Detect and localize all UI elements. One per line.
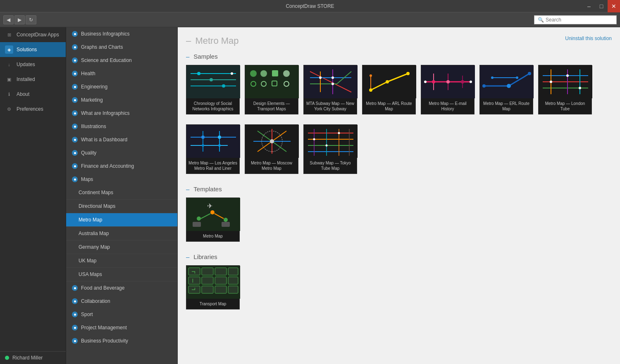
card-metro-map-template[interactable]: ✈ Metro Map — [186, 197, 240, 242]
nav-item-usa-maps[interactable]: USA Maps — [66, 268, 177, 281]
sidebar-item-solutions-label: Solutions — [17, 47, 37, 52]
nav-item-maps[interactable]: Maps — [66, 173, 177, 186]
nav-label: Project Management — [81, 325, 127, 331]
svg-point-62 — [566, 74, 569, 77]
back-button[interactable]: ◀ — [3, 15, 14, 24]
nav-item-illustrations[interactable]: Illustrations — [66, 120, 177, 133]
nav-label: Business Productivity — [81, 338, 128, 344]
nav-item-business-infographics[interactable]: Business Infographics — [66, 27, 177, 40]
svg-point-7 — [231, 72, 233, 75]
svg-point-91 — [338, 132, 340, 134]
card-metro-arl[interactable]: Metro Map — ARL Route Map — [362, 65, 416, 114]
card-preview-svg — [304, 65, 358, 98]
nav-item-food-beverage[interactable]: Food and Beverage — [66, 281, 177, 295]
sidebar-item-apps[interactable]: ⊞ ConceptDraw Apps — [0, 27, 66, 42]
nav-item-science-education[interactable]: Science and Education — [66, 54, 177, 67]
nav-label: Quality — [81, 150, 96, 156]
nav-item-finance-accounting[interactable]: Finance and Accounting — [66, 159, 177, 173]
svg-point-71 — [202, 144, 204, 147]
sidebar-item-solutions[interactable]: ◈ Solutions — [0, 42, 66, 57]
card-image — [245, 65, 299, 98]
card-preview-svg — [362, 65, 416, 98]
sidebar-item-about[interactable]: ℹ About — [0, 87, 66, 102]
bullet-icon — [72, 57, 78, 63]
nav-item-directional-maps[interactable]: Directional Maps — [66, 200, 177, 213]
svg-rect-104 — [215, 268, 227, 275]
card-design-elements[interactable]: Design Elements — Transport Maps — [245, 65, 298, 114]
svg-point-25 — [331, 76, 334, 79]
svg-rect-45 — [480, 65, 534, 98]
close-button[interactable]: ✕ — [608, 0, 620, 12]
svg-point-31 — [369, 88, 372, 92]
nav-buttons: ◀ ▶ ↻ — [3, 15, 36, 24]
svg-rect-103 — [202, 268, 213, 275]
updates-icon: ↓ — [5, 60, 13, 69]
nav-item-project-management[interactable]: Project Management — [66, 321, 177, 334]
svg-rect-107 — [202, 277, 213, 284]
sidebar-item-installed-label: Installed — [17, 76, 35, 82]
svg-point-53 — [516, 76, 518, 79]
sidebar-item-preferences[interactable]: ⚙ Preferences — [0, 102, 66, 117]
nav-item-engineering[interactable]: Engineering — [66, 80, 177, 93]
svg-point-79 — [270, 139, 274, 143]
bullet-icon — [72, 298, 78, 304]
nav-item-uk-map[interactable]: UK Map — [66, 254, 177, 268]
forward-button[interactable]: ▶ — [14, 15, 25, 24]
card-metro-moscow[interactable]: Metro Map — Moscow Metro Map — [245, 124, 298, 174]
card-subway-tokyo[interactable]: Subway Map — Tokyo Tube Map — [303, 124, 357, 174]
svg-point-94 — [197, 216, 201, 221]
nav-item-marketing[interactable]: Marketing — [66, 93, 177, 107]
svg-point-6 — [222, 84, 225, 88]
maximize-button[interactable]: □ — [595, 0, 608, 12]
nav-item-continent-maps[interactable]: Continent Maps — [66, 186, 177, 200]
title-dash: – — [186, 36, 191, 46]
sidebar-item-preferences-label: Preferences — [17, 106, 43, 112]
svg-point-44 — [470, 81, 472, 83]
card-image — [421, 65, 475, 98]
user-info: Richard Miller — [0, 351, 66, 364]
nav-item-what-dashboard[interactable]: What is a Dashboard — [66, 133, 177, 146]
content-area: Uninstall this solution – Metro Map – Sa… — [178, 27, 620, 364]
sidebar-item-apps-label: ConceptDraw Apps — [17, 32, 59, 38]
svg-point-26 — [331, 83, 334, 85]
card-preview-svg — [304, 125, 358, 158]
card-image — [539, 65, 592, 98]
main-layout: ⊞ ConceptDraw Apps ◈ Solutions ↓ Updates… — [0, 27, 620, 364]
card-metro-la[interactable]: Metro Map — Los Angeles Metro Rail and L… — [186, 124, 240, 174]
minimize-button[interactable]: – — [583, 0, 595, 12]
card-image — [245, 125, 299, 158]
uninstall-link[interactable]: Uninstall this solution — [565, 36, 612, 41]
sidebar-item-installed[interactable]: ▣ Installed — [0, 72, 66, 87]
nav-item-sport[interactable]: Sport — [66, 308, 177, 321]
card-label: MTA Subway Map — New York City Subway — [304, 98, 357, 114]
search-input[interactable] — [546, 17, 613, 23]
card-preview-svg — [539, 65, 592, 98]
card-label: Metro Map — London Tube — [539, 98, 591, 114]
svg-text:━┛: ━┛ — [191, 288, 196, 292]
refresh-button[interactable]: ↻ — [26, 15, 36, 24]
bullet-icon — [72, 124, 78, 129]
apps-icon: ⊞ — [5, 31, 13, 39]
card-preview-svg — [186, 125, 240, 158]
nav-item-metro-map[interactable]: Metro Map — [66, 213, 177, 227]
card-mta-subway[interactable]: MTA Subway Map — New York City Subway — [303, 65, 357, 114]
nav-item-health[interactable]: Health — [66, 67, 177, 80]
nav-item-germany-map[interactable]: Germany Map — [66, 240, 177, 254]
card-metro-london[interactable]: Metro Map — London Tube — [538, 65, 592, 114]
nav-label: USA Maps — [79, 271, 102, 277]
templates-grid: ✈ Metro Map — [186, 197, 612, 242]
svg-point-70 — [218, 136, 221, 139]
card-chronology-social[interactable]: Chronology of Social Networks Infographi… — [186, 65, 240, 114]
nav-item-quality[interactable]: Quality — [66, 146, 177, 159]
window-title: ConceptDraw STORE — [286, 3, 334, 9]
sidebar-item-updates[interactable]: ↓ Updates — [0, 57, 66, 72]
nav-item-business-productivity[interactable]: Business Productivity — [66, 334, 177, 347]
card-metro-erl[interactable]: Metro Map — ERL Route Map — [479, 65, 533, 114]
nav-item-graphs-charts[interactable]: Graphs and Charts — [66, 40, 177, 54]
nav-item-australia-map[interactable]: Australia Map — [66, 227, 177, 240]
card-transport-map[interactable]: ━┓ ┃ ━┛ Transport Map — [186, 265, 240, 309]
card-metro-email[interactable]: Metro Map — E-mail History — [421, 65, 475, 114]
search-box[interactable]: 🔍 — [534, 15, 617, 24]
nav-item-what-infographics[interactable]: What are Infographics — [66, 107, 177, 120]
nav-item-collaboration[interactable]: Collaboration — [66, 295, 177, 308]
